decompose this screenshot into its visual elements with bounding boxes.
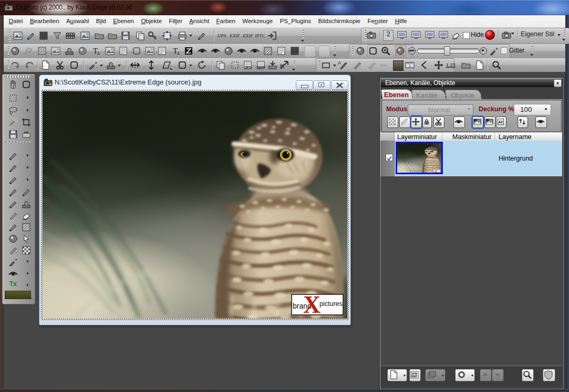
svg-text:pictures: pictures xyxy=(319,300,343,308)
svg-text:X: X xyxy=(303,291,320,318)
